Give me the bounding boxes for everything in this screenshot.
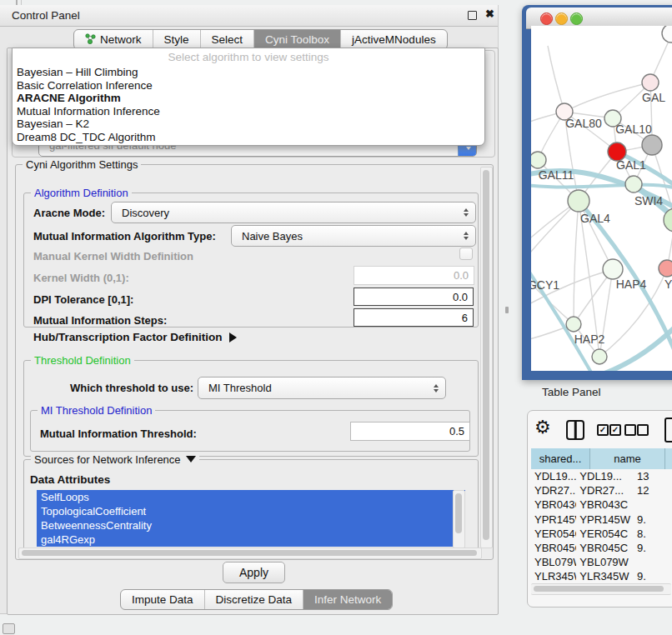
network-edge-highlighted bbox=[531, 185, 672, 188]
column-header-name[interactable]: name bbox=[590, 448, 665, 469]
minimized-panel-icon[interactable] bbox=[3, 623, 15, 634]
collapsed-arrow-icon bbox=[229, 332, 237, 342]
tab-network[interactable]: Network bbox=[74, 30, 153, 49]
column-header-shared-name[interactable]: shared... bbox=[531, 448, 590, 469]
tab-cyni-toolbox[interactable]: Cyni Toolbox bbox=[253, 30, 340, 49]
table-row[interactable]: YER054CYER054C8. bbox=[531, 527, 672, 541]
settings-hscrollbar-thumb[interactable] bbox=[22, 550, 477, 556]
tab-impute-data[interactable]: Impute Data bbox=[121, 590, 204, 609]
network-node[interactable] bbox=[642, 74, 659, 91]
attributes-scrollbar-thumb[interactable] bbox=[455, 493, 462, 533]
tab-discretize-data[interactable]: Discretize Data bbox=[204, 590, 303, 609]
hub-section-toggle[interactable]: Hub/Transcription Factor Definition bbox=[33, 331, 237, 343]
table-cell: YER054C bbox=[576, 528, 634, 540]
select-all-icon[interactable]: ✓ bbox=[597, 424, 609, 436]
column-header-third[interactable]: A bbox=[665, 448, 672, 469]
network-edge bbox=[548, 46, 564, 112]
settings-vscrollbar[interactable] bbox=[480, 167, 493, 548]
mi-steps-field[interactable]: 6 bbox=[354, 308, 474, 327]
algorithm-option[interactable]: Mutual Information Inference bbox=[13, 105, 484, 118]
table-hscrollbar[interactable] bbox=[531, 583, 671, 595]
deselect-all-icon-2[interactable] bbox=[637, 424, 649, 436]
table-cell: YPR145W bbox=[531, 513, 576, 526]
table-cell: YBL079W bbox=[576, 556, 634, 568]
aracne-mode-combo[interactable]: Discovery bbox=[111, 202, 476, 223]
algorithm-option[interactable]: Dream8 DC_TDC Algorithm bbox=[13, 131, 484, 144]
settings-vscrollbar-thumb[interactable] bbox=[483, 170, 489, 540]
control-panel-titlebar: Control Panel ✖ bbox=[0, 5, 498, 27]
sources-group-title[interactable]: Sources for Network Inference bbox=[31, 453, 199, 466]
mi-type-combo[interactable]: Naive Bayes bbox=[231, 225, 476, 247]
float-panel-icon[interactable] bbox=[468, 11, 477, 20]
data-attribute-item[interactable]: SelfLoops bbox=[37, 490, 465, 504]
table-cell: YDL19... bbox=[531, 470, 576, 482]
network-node[interactable] bbox=[659, 260, 672, 277]
close-window-icon[interactable] bbox=[540, 12, 553, 25]
panel-splitter-handle[interactable] bbox=[505, 307, 509, 313]
algorithm-option[interactable]: Bayesian – Hill Climbing bbox=[13, 66, 484, 79]
control-panel: Control Panel ✖ Network S bbox=[0, 5, 499, 614]
split-view-icon[interactable] bbox=[566, 420, 584, 440]
dpi-tolerance-field[interactable]: 0.0 bbox=[354, 288, 474, 306]
table-row[interactable]: YPR145WYPR145W9. bbox=[531, 512, 672, 527]
data-attribute-item[interactable]: BetweennessCentrality bbox=[37, 518, 465, 532]
tab-select[interactable]: Select bbox=[200, 30, 254, 49]
data-attribute-item[interactable]: TopologicalCoefficient bbox=[37, 504, 465, 518]
algorithm-option[interactable]: Bayesian – K2 bbox=[13, 118, 484, 131]
table-row[interactable]: YBL079WYBL079W bbox=[531, 555, 672, 569]
zoom-window-icon[interactable] bbox=[570, 12, 583, 25]
table-row[interactable]: YDL19...YDL19...13 bbox=[531, 469, 672, 483]
network-node[interactable] bbox=[568, 190, 589, 212]
cyni-bottom-tabbar: Impute Data Discretize Data Infer Networ… bbox=[120, 589, 393, 610]
settings-hscrollbar[interactable] bbox=[18, 548, 482, 559]
table-row[interactable]: YDR27...YDR27...12 bbox=[531, 483, 672, 498]
network-node[interactable] bbox=[592, 349, 607, 364]
network-node[interactable] bbox=[625, 176, 642, 192]
network-node[interactable] bbox=[642, 135, 662, 155]
which-threshold-combo[interactable]: MI Threshold bbox=[198, 377, 446, 399]
tab-style[interactable]: Style bbox=[153, 30, 200, 49]
tab-infer-network[interactable]: Infer Network bbox=[303, 590, 392, 609]
table-row[interactable]: YBR043CYBR043C bbox=[531, 498, 672, 512]
select-all-icon-2[interactable]: ✓ bbox=[609, 424, 621, 436]
algorithm-popup-hint: Select algorithm to view settings bbox=[13, 48, 484, 66]
data-attributes-label: Data Attributes bbox=[30, 473, 110, 486]
application-window: Control Panel ✖ Network S bbox=[0, 0, 672, 635]
close-panel-icon[interactable]: ✖ bbox=[485, 8, 494, 20]
network-edge bbox=[574, 201, 579, 324]
network-node[interactable] bbox=[662, 26, 672, 42]
table-rows: YDL19...YDL19...13YDR27...YDR27...12YBR0… bbox=[531, 469, 672, 584]
minimize-window-icon[interactable] bbox=[555, 12, 568, 25]
table-row[interactable]: YBR045CYBR045C9. bbox=[531, 541, 672, 555]
mi-threshold-field[interactable]: 0.5 bbox=[350, 422, 470, 441]
network-node-label: GAL1 bbox=[616, 158, 646, 172]
manual-kernel-checkbox[interactable] bbox=[459, 248, 473, 260]
table-cell: YBL079W bbox=[531, 556, 576, 568]
kernel-width-field[interactable]: 0.0 bbox=[354, 266, 474, 285]
mi-type-label: Mutual Information Algorithm Type: bbox=[33, 230, 216, 242]
network-canvas[interactable]: GALGAL80GAL10GAL1GAL11GAL4SWI4GCY1HAP4YH… bbox=[531, 26, 672, 371]
kernel-width-label: Kernel Width (0,1): bbox=[33, 272, 129, 284]
expanded-arrow-icon bbox=[186, 456, 196, 462]
deselect-all-icon[interactable] bbox=[624, 424, 636, 436]
algorithm-option[interactable]: Basic Correlation Inference bbox=[13, 79, 484, 92]
network-node-label: SWI4 bbox=[634, 194, 663, 208]
apply-button[interactable]: Apply bbox=[223, 562, 285, 583]
algorithm-option[interactable]: ARACNE Algorithm bbox=[13, 92, 484, 105]
table-cell: 9. bbox=[634, 542, 672, 554]
export-table-icon[interactable] bbox=[664, 418, 672, 442]
table-hscrollbar-thumb[interactable] bbox=[534, 586, 664, 592]
which-threshold-value: MI Threshold bbox=[208, 382, 272, 394]
table-row[interactable]: YLR345WYLR345W9. bbox=[531, 569, 672, 583]
network-node[interactable] bbox=[603, 259, 623, 279]
network-node[interactable] bbox=[566, 317, 581, 332]
data-attribute-item[interactable]: gal4RGexp bbox=[37, 532, 465, 547]
network-node-label: GAL4 bbox=[580, 212, 610, 225]
network-node[interactable] bbox=[531, 152, 546, 168]
gear-icon[interactable]: ⚙ bbox=[534, 417, 551, 438]
dpi-tolerance-label: DPI Tolerance [0,1]: bbox=[33, 293, 133, 306]
table-cell: YBR043C bbox=[576, 498, 634, 511]
network-node-label: GAL bbox=[642, 91, 665, 104]
tab-jactivemnodules[interactable]: jActiveMNodules bbox=[340, 30, 447, 49]
attributes-scrollbar[interactable] bbox=[453, 490, 465, 548]
